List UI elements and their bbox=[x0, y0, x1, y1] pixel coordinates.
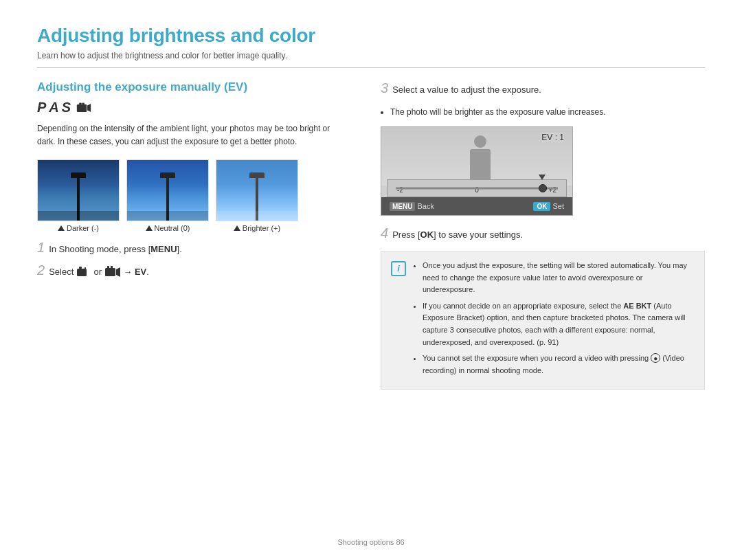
ev-track bbox=[396, 188, 558, 190]
note-bullet-2: If you cannot decide on an appropriate e… bbox=[423, 300, 695, 348]
dark-label: Darker (-) bbox=[67, 224, 99, 232]
note-box: i Once you adjust the exposure, the sett… bbox=[381, 251, 705, 390]
mode-p: P bbox=[37, 100, 46, 115]
svg-rect-12 bbox=[111, 266, 113, 269]
note-icon: i bbox=[391, 261, 406, 276]
photo-comparison-row: Darker (-) bbox=[37, 159, 353, 232]
ae-bkt-label: AE BKT bbox=[623, 302, 651, 310]
svg-marker-10 bbox=[116, 267, 120, 277]
arrow-label: → bbox=[123, 267, 135, 277]
note-content: Once you adjust the exposure, the settin… bbox=[413, 260, 695, 381]
two-column-layout: Adjusting the exposure manually (EV) P A… bbox=[37, 80, 705, 390]
step-4-num: 4 bbox=[381, 225, 388, 241]
footer-text: Shooting options 86 bbox=[337, 538, 404, 546]
ev-display: EV : 1 -2 0 +2 bbox=[381, 126, 573, 216]
ev-arrow-indicator bbox=[539, 175, 546, 180]
step-1-num: 1 bbox=[37, 240, 45, 254]
photo-neutral-item: Neutral (0) bbox=[126, 159, 209, 232]
triangle-icon-dark bbox=[58, 225, 65, 231]
photo-dark-item: Darker (-) bbox=[37, 159, 120, 232]
bright-label: Brighter (+) bbox=[243, 224, 280, 232]
step-3-bullets: The photo will be brighter as the exposu… bbox=[390, 106, 705, 118]
step-3-bullet-1: The photo will be brighter as the exposu… bbox=[390, 106, 705, 118]
note-inner: i Once you adjust the exposure, the sett… bbox=[391, 260, 695, 381]
ev-set-btn[interactable]: OK Set bbox=[533, 202, 564, 211]
menu-key: MENU bbox=[150, 244, 177, 254]
triangle-icon-bright bbox=[234, 225, 240, 231]
photo-bright-caption: Brighter (+) bbox=[234, 224, 280, 232]
mode-icons: P A S bbox=[37, 100, 353, 115]
step-3-num: 3 bbox=[381, 80, 388, 96]
step-1: 1 In Shooting mode, press [MENU]. bbox=[37, 240, 353, 256]
select-label: Select bbox=[49, 267, 74, 277]
note-bullet-1: Once you adjust the exposure, the settin… bbox=[423, 260, 695, 296]
ev-bottom-bar: MENU Back OK Set bbox=[381, 197, 572, 215]
photo-dark-caption: Darker (-) bbox=[58, 224, 99, 232]
ok-key-ref: OK bbox=[420, 229, 434, 240]
camera-icon-1 bbox=[76, 266, 91, 278]
note-bullet-3: You cannot set the exposure when you rec… bbox=[423, 352, 695, 377]
svg-rect-7 bbox=[79, 267, 82, 269]
svg-rect-9 bbox=[105, 268, 115, 276]
svg-rect-2 bbox=[79, 102, 81, 104]
step-2: 2 Select or bbox=[37, 263, 353, 279]
description-text: Depending on the intensity of the ambien… bbox=[37, 122, 339, 148]
ok-key-box: OK bbox=[533, 202, 550, 211]
note-text-1: Once you adjust the exposure, the settin… bbox=[423, 261, 687, 293]
dark-bg bbox=[38, 160, 119, 221]
right-column: 3 Select a value to adjust the exposure.… bbox=[381, 80, 705, 390]
svg-rect-0 bbox=[77, 104, 87, 111]
video-icon-inline bbox=[104, 266, 121, 278]
step-3: 3 Select a value to adjust the exposure. bbox=[381, 80, 705, 96]
photo-neutral bbox=[126, 159, 209, 221]
page-container: Adjusting brightness and color Learn how… bbox=[0, 0, 742, 560]
ev-back-btn[interactable]: MENU Back bbox=[390, 202, 434, 211]
step-4-text: Press [OK] to save your settings. bbox=[392, 229, 523, 240]
step-1-text: In Shooting mode, press [MENU]. bbox=[49, 243, 182, 256]
ev-value-label: EV : 1 bbox=[541, 133, 564, 142]
video-camera-icon bbox=[76, 102, 91, 114]
steps-left: 1 In Shooting mode, press [MENU]. 2 Sele… bbox=[37, 240, 353, 278]
page-subtitle: Learn how to adjust the brightness and c… bbox=[37, 51, 705, 68]
step-2-num: 2 bbox=[37, 263, 45, 277]
menu-key-box: MENU bbox=[390, 202, 415, 211]
ev-slider-container[interactable]: -2 0 +2 bbox=[387, 179, 567, 197]
photo-bright-item: Brighter (+) bbox=[216, 159, 298, 232]
ev-thumb[interactable] bbox=[539, 184, 547, 192]
photo-bright bbox=[216, 159, 298, 221]
bright-bg bbox=[216, 160, 297, 221]
person-silhouette bbox=[463, 135, 497, 185]
video-record-icon: ● bbox=[651, 353, 660, 363]
mode-s: S bbox=[62, 100, 71, 115]
page-title: Adjusting brightness and color bbox=[37, 25, 705, 47]
note-text-3: You cannot set the exposure when you rec… bbox=[423, 354, 684, 374]
or-label: or bbox=[94, 267, 104, 277]
note-text-2: If you cannot decide on an appropriate e… bbox=[423, 302, 686, 346]
step-3-text: Select a value to adjust the exposure. bbox=[392, 85, 541, 95]
photo-neutral-caption: Neutral (0) bbox=[146, 224, 190, 232]
photo-dark bbox=[37, 159, 120, 221]
mode-a: A bbox=[49, 100, 58, 115]
svg-marker-1 bbox=[87, 104, 91, 112]
step-4: 4 Press [OK] to save your settings. bbox=[381, 225, 705, 241]
neutral-label: Neutral (0) bbox=[155, 224, 190, 232]
page-footer: Shooting options 86 bbox=[0, 538, 742, 546]
back-label: Back bbox=[417, 202, 434, 210]
triangle-icon-neutral bbox=[146, 225, 153, 231]
left-column: Adjusting the exposure manually (EV) P A… bbox=[37, 80, 353, 390]
step-2-text: Select or bbox=[49, 265, 149, 279]
svg-rect-3 bbox=[82, 102, 85, 104]
neutral-bg bbox=[127, 160, 208, 221]
section-title: Adjusting the exposure manually (EV) bbox=[37, 80, 353, 94]
svg-point-6 bbox=[80, 271, 82, 273]
set-label: Set bbox=[552, 202, 564, 210]
svg-rect-8 bbox=[85, 267, 86, 269]
svg-rect-11 bbox=[107, 266, 109, 269]
ev-label-bold: EV bbox=[135, 267, 146, 277]
